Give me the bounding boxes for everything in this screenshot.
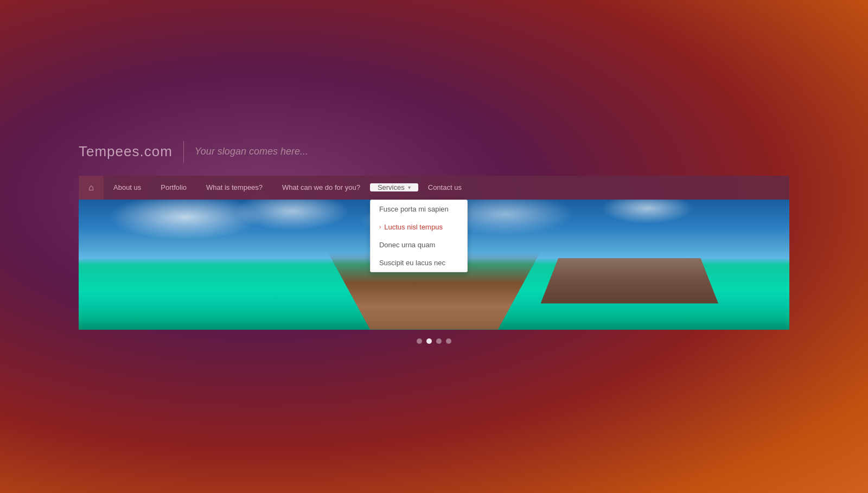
services-dropdown: Fusce porta mi sapien › Luctus nisl temp… bbox=[370, 200, 468, 272]
slide-dot-2[interactable] bbox=[426, 338, 432, 344]
slide-dots bbox=[79, 330, 789, 353]
dropdown-item-1[interactable]: Fusce porta mi sapien bbox=[371, 200, 467, 218]
dropdown-item-3[interactable]: Donec urna quam bbox=[371, 236, 467, 254]
main-container: Tempees.com Your slogan comes here... ⌂ … bbox=[79, 141, 789, 353]
nav-item-what-is[interactable]: What is tempees? bbox=[196, 176, 272, 200]
nav-item-what-can[interactable]: What can we do for you? bbox=[272, 176, 370, 200]
page-wrapper: ‹ Tempees.com Your slogan comes here... … bbox=[0, 0, 868, 493]
header-divider bbox=[183, 141, 184, 163]
nav-services-wrapper: Services ▾ Fusce porta mi sapien › Luctu… bbox=[370, 176, 418, 200]
nav-item-portfolio[interactable]: Portfolio bbox=[151, 176, 196, 200]
navigation-bar: ⌂ About us Portfolio What is tempees? Wh… bbox=[79, 176, 789, 200]
nav-item-about[interactable]: About us bbox=[104, 176, 151, 200]
home-icon: ⌂ bbox=[88, 183, 94, 193]
slide-dot-4[interactable] bbox=[446, 338, 451, 344]
site-slogan: Your slogan comes here... bbox=[195, 146, 308, 157]
nav-home-button[interactable]: ⌂ bbox=[79, 176, 104, 200]
dropdown-active-arrow: › bbox=[379, 224, 381, 230]
slide-dot-3[interactable] bbox=[436, 338, 442, 344]
dropdown-item-2[interactable]: › Luctus nisl tempus bbox=[371, 218, 467, 236]
services-label: Services bbox=[378, 183, 405, 191]
site-header: Tempees.com Your slogan comes here... bbox=[79, 141, 789, 176]
nav-item-contact[interactable]: Contact us bbox=[418, 176, 471, 200]
services-dropdown-arrow: ▾ bbox=[408, 184, 411, 190]
dropdown-item-4[interactable]: Suscipit eu lacus nec bbox=[371, 254, 467, 272]
slide-dot-1[interactable] bbox=[417, 338, 422, 344]
nav-services-button[interactable]: Services ▾ bbox=[370, 183, 418, 191]
site-title: Tempees.com bbox=[79, 143, 173, 160]
